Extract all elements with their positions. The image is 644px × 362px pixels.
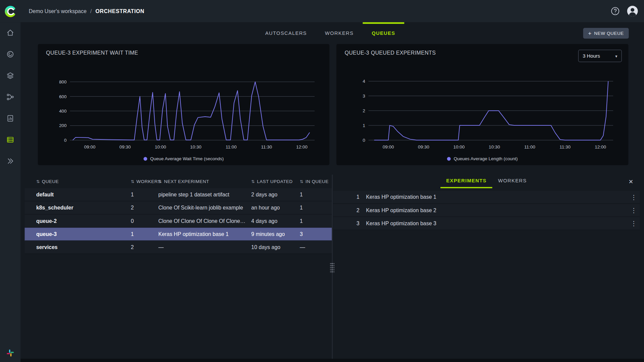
queue-row-k8s-scheduler[interactable]: k8s_scheduler 2 Clone Of Scikit-learn jo… [25, 201, 332, 215]
close-button[interactable]: ✕ [627, 177, 635, 186]
column-header-next-experiment[interactable]: ⇅ NEXT EXPERIMENT [158, 179, 251, 184]
horizontal-scrollbar[interactable] [0, 359, 644, 362]
queued-experiments-chart-title: QUEUE-3 QUEUED EXPERIMENTS [344, 50, 436, 56]
experiment-index: 3 [350, 220, 359, 226]
help-button[interactable] [610, 6, 620, 16]
svg-text:11:30: 11:30 [261, 144, 272, 149]
time-range-select[interactable]: 3 Hours ▾ [578, 50, 622, 62]
queue-name: services [36, 244, 131, 250]
queue-name: k8s_scheduler [36, 205, 131, 211]
projects-icon [6, 50, 14, 59]
slack-button[interactable] [6, 349, 14, 357]
sidebar-item-applications[interactable] [0, 150, 20, 172]
queue-workers: 1 [131, 231, 158, 237]
experiments-list: 1 Keras HP optimization base 1 ⋮ 2 Keras… [333, 191, 640, 230]
queue-next-experiment: Clone Of Scikit-learn joblib example [158, 205, 251, 211]
legend-label: Queues Average Length (count) [453, 156, 518, 161]
wait-time-chart-panel: QUEUE-3 EXPERIMENT WAIT TIME 02004006008… [38, 44, 329, 165]
column-label: NEXT EXPERIMENT [164, 179, 209, 184]
column-header-in-queue[interactable]: ⇅ IN QUEUE [300, 179, 332, 184]
queue-row-queue-3[interactable]: queue-3 1 Keras HP optimization base 1 9… [25, 228, 332, 241]
experiment-name: Keras HP optimization base 1 [366, 194, 621, 200]
topbar-actions [610, 0, 638, 22]
svg-text:09:00: 09:00 [84, 144, 96, 149]
svg-text:11:00: 11:00 [524, 144, 535, 149]
legend-label: Queue Average Wait Time (seconds) [150, 156, 224, 161]
slack-icon [6, 349, 14, 357]
queue-last-updated: 2 days ago [251, 191, 300, 197]
sidebar-item-projects[interactable] [0, 44, 20, 65]
column-header-workers[interactable]: ⇅ WORKERS [131, 179, 158, 184]
queue-row-queue-2[interactable]: queue-2 0 Clone Of Clone Of Clone Of Clo… [25, 215, 332, 228]
svg-text:400: 400 [59, 109, 66, 114]
queue-in-queue: 1 [300, 218, 332, 224]
topbar: Demo User's workspace / ORCHESTRATION [0, 0, 644, 22]
queue-workers: 1 [131, 191, 158, 197]
kebab-menu-icon[interactable]: ⋮ [631, 220, 637, 227]
legend-dot-icon [447, 157, 451, 161]
detail-header: EXPERIMENTS WORKERS ✕ [333, 176, 640, 188]
splitter-handle[interactable] [330, 262, 334, 273]
svg-text:0: 0 [64, 138, 67, 143]
time-range-value: 3 Hours [583, 53, 600, 59]
experiment-row-2[interactable]: 2 Keras HP optimization base 2 ⋮ [333, 204, 640, 217]
svg-text:10:30: 10:30 [190, 144, 202, 149]
kebab-menu-icon[interactable]: ⋮ [631, 193, 637, 201]
svg-text:3: 3 [363, 94, 365, 99]
queue-row-default[interactable]: default 1 pipeline step 1 dataset artifa… [25, 188, 332, 201]
tab-experiments[interactable]: EXPERIMENTS [440, 176, 492, 188]
experiment-name: Keras HP optimization base 2 [366, 207, 621, 213]
queued-experiments-chart-panel: QUEUE-3 QUEUED EXPERIMENTS 3 Hours ▾ 012… [336, 44, 628, 165]
wait-time-chart-legend[interactable]: Queue Average Wait Time (seconds) [38, 156, 329, 161]
breadcrumb-separator: / [90, 8, 92, 14]
tab-detail-workers[interactable]: WORKERS [492, 176, 533, 188]
orchestration-icon [6, 136, 14, 144]
breadcrumb-workspace[interactable]: Demo User's workspace [29, 8, 87, 14]
wait-time-chart: 020040060080009:0009:3010:0010:3011:0011… [46, 72, 321, 151]
home-icon [6, 29, 14, 37]
column-label: IN QUEUE [306, 179, 329, 184]
plus-icon: + [588, 31, 592, 36]
experiment-row-1[interactable]: 1 Keras HP optimization base 1 ⋮ [333, 191, 640, 204]
column-header-queue[interactable]: ⇅ QUEUE [36, 179, 131, 184]
avatar-icon [627, 5, 638, 17]
tab-autoscalers[interactable]: AUTOSCALERS [256, 22, 316, 44]
sidebar-item-orchestration[interactable] [0, 129, 20, 150]
sidebar-item-datasets[interactable] [0, 65, 20, 86]
svg-text:09:30: 09:30 [119, 144, 131, 149]
sidebar-item-reports[interactable] [0, 108, 20, 129]
experiment-row-3[interactable]: 3 Keras HP optimization base 3 ⋮ [333, 217, 640, 230]
wait-time-chart-title: QUEUE-3 EXPERIMENT WAIT TIME [46, 50, 138, 56]
clearml-logo[interactable] [3, 4, 19, 19]
sidebar-item-home[interactable] [0, 22, 20, 44]
sidebar-item-pipelines[interactable] [0, 86, 20, 108]
queue-in-queue: — [300, 244, 332, 250]
experiment-index: 2 [350, 207, 359, 213]
queue-name: default [36, 191, 131, 197]
queue-last-updated: an hour ago [251, 205, 300, 211]
chevron-down-icon: ▾ [615, 54, 617, 58]
help-icon [610, 6, 620, 16]
avatar-button[interactable] [627, 5, 638, 17]
svg-text:09:30: 09:30 [418, 144, 429, 149]
kebab-menu-icon[interactable]: ⋮ [631, 206, 637, 214]
new-queue-button[interactable]: + NEW QUEUE [583, 28, 629, 39]
queued-experiments-chart-legend[interactable]: Queues Average Length (count) [336, 156, 628, 161]
svg-text:10:00: 10:00 [155, 144, 166, 149]
experiment-index: 1 [350, 194, 359, 200]
queue-next-experiment: Clone Of Clone Of Clone Of Clone Of do… [158, 218, 251, 224]
queue-name: queue-3 [36, 231, 131, 237]
sort-icon: ⇅ [131, 179, 135, 183]
experiment-name: Keras HP optimization base 3 [366, 220, 621, 226]
svg-text:0: 0 [363, 138, 365, 143]
sort-icon: ⇅ [158, 179, 162, 183]
main-tabbar: AUTOSCALERS WORKERS QUEUES + NEW QUEUE [20, 22, 644, 44]
queue-next-experiment: — [158, 244, 251, 250]
queue-row-services[interactable]: services 2 — 10 days ago — [25, 241, 332, 254]
column-header-last-updated[interactable]: ⇅ LAST UPDATED [251, 179, 300, 184]
close-icon: ✕ [629, 178, 633, 185]
tab-queues[interactable]: QUEUES [363, 22, 404, 44]
tab-workers[interactable]: WORKERS [316, 22, 363, 44]
queue-next-experiment: pipeline step 1 dataset artifact [158, 191, 251, 197]
svg-text:2: 2 [363, 108, 365, 113]
